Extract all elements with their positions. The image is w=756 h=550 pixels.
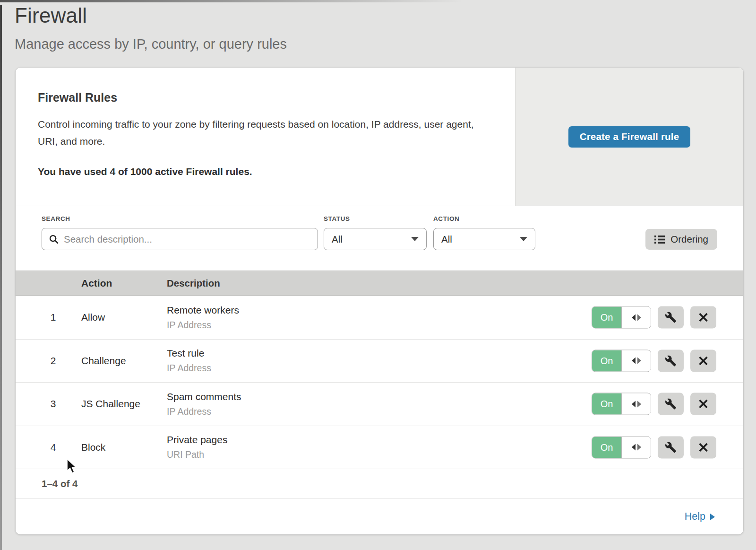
help-link-label: Help xyxy=(685,511,705,523)
search-icon xyxy=(49,234,59,244)
table-row: 4 Block Private pages URI Path On xyxy=(16,426,743,470)
search-input-wrapper[interactable] xyxy=(42,228,318,250)
delete-rule-button[interactable] xyxy=(690,349,716,372)
page-header: Firewall Manage access by IP, country, o… xyxy=(15,4,287,52)
description-column-header: Description xyxy=(167,278,743,289)
table-header: Action Description xyxy=(16,271,743,296)
section-description: Control incoming traffic to your zone by… xyxy=(38,116,491,150)
status-label: STATUS xyxy=(324,215,350,222)
table-row: 1 Allow Remote workers IP Address On xyxy=(16,296,743,340)
section-heading: Firewall Rules xyxy=(38,90,491,105)
rule-priority: 2 xyxy=(16,355,81,367)
rule-action: Allow xyxy=(81,312,167,323)
wrench-icon xyxy=(665,312,677,323)
status-select[interactable]: All xyxy=(324,228,427,250)
window-edge-left xyxy=(0,5,2,550)
chevron-down-icon xyxy=(520,237,527,241)
toggle-arrows-icon xyxy=(621,437,651,458)
rule-enabled-toggle[interactable]: On xyxy=(592,306,651,329)
usage-summary: You have used 4 of 1000 active Firewall … xyxy=(38,166,491,177)
rule-priority: 3 xyxy=(16,398,81,410)
toggle-on-label: On xyxy=(592,393,621,415)
delete-rule-button[interactable] xyxy=(690,436,716,458)
rule-controls: On xyxy=(592,349,716,372)
filters-bar: SEARCH STATUS All ACTION All xyxy=(16,206,743,271)
page-subtitle: Manage access by IP, country, or query r… xyxy=(15,36,287,52)
toggle-arrows-icon xyxy=(621,307,651,328)
rule-enabled-toggle[interactable]: On xyxy=(592,436,651,458)
rule-priority: 4 xyxy=(16,442,81,453)
pagination-range: 1–4 of 4 xyxy=(42,478,77,489)
rule-enabled-toggle[interactable]: On xyxy=(592,349,651,372)
wrench-icon xyxy=(665,398,677,410)
rule-priority: 1 xyxy=(16,312,81,323)
search-input[interactable] xyxy=(64,234,311,245)
toggle-arrows-icon xyxy=(621,350,651,371)
arrow-right-icon xyxy=(710,514,715,520)
intro-text: Firewall Rules Control incoming traffic … xyxy=(16,68,515,206)
page-title: Firewall xyxy=(15,4,287,27)
rule-action: Challenge xyxy=(81,355,167,367)
action-selected-value: All xyxy=(441,234,452,245)
rule-action: Block xyxy=(81,442,167,453)
firewall-page: Firewall Manage access by IP, country, o… xyxy=(0,0,756,550)
close-icon xyxy=(698,356,708,366)
rule-controls: On xyxy=(592,436,716,458)
pagination-bar: 1–4 of 4 xyxy=(16,469,743,498)
delete-rule-button[interactable] xyxy=(690,393,716,415)
rules-table-body: 1 Allow Remote workers IP Address On xyxy=(16,296,743,469)
close-icon xyxy=(698,313,708,323)
action-column-header: Action xyxy=(81,278,167,289)
ordering-button[interactable]: Ordering xyxy=(645,229,717,250)
action-label: ACTION xyxy=(433,215,459,222)
rule-enabled-toggle[interactable]: On xyxy=(592,393,651,415)
rule-action: JS Challenge xyxy=(81,398,167,410)
action-select[interactable]: All xyxy=(433,228,535,250)
create-firewall-rule-button[interactable]: Create a Firewall rule xyxy=(568,126,691,148)
chevron-down-icon xyxy=(411,237,419,241)
toggle-on-label: On xyxy=(592,437,621,458)
toggle-arrows-icon xyxy=(621,393,651,415)
ordered-list-icon xyxy=(654,235,665,244)
firewall-rules-card: Firewall Rules Control incoming traffic … xyxy=(16,68,743,534)
intro-action-panel: Create a Firewall rule xyxy=(515,68,743,206)
rule-controls: On xyxy=(592,393,716,415)
ordering-button-label: Ordering xyxy=(670,234,708,245)
table-row: 3 JS Challenge Spam comments IP Address … xyxy=(16,383,743,426)
help-link[interactable]: Help xyxy=(685,511,715,523)
search-label: SEARCH xyxy=(42,215,70,222)
toggle-on-label: On xyxy=(592,307,621,328)
delete-rule-button[interactable] xyxy=(690,306,716,329)
close-icon xyxy=(698,442,708,452)
window-edge-top xyxy=(0,0,463,2)
rule-controls: On xyxy=(592,306,716,329)
edit-rule-button[interactable] xyxy=(658,436,684,458)
status-selected-value: All xyxy=(332,234,343,245)
toggle-on-label: On xyxy=(592,350,621,371)
intro-section: Firewall Rules Control incoming traffic … xyxy=(16,68,743,206)
wrench-icon xyxy=(665,441,677,453)
edit-rule-button[interactable] xyxy=(658,393,684,415)
edit-rule-button[interactable] xyxy=(658,306,684,329)
table-row: 2 Challenge Test rule IP Address On xyxy=(16,340,743,383)
close-icon xyxy=(698,399,708,409)
wrench-icon xyxy=(665,355,677,367)
edit-rule-button[interactable] xyxy=(658,349,684,372)
card-footer: Help xyxy=(16,498,743,534)
